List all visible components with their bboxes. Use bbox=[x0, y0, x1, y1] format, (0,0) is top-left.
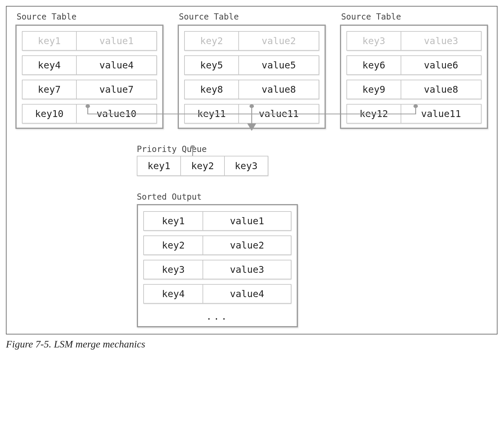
row-value: value3 bbox=[203, 260, 291, 279]
table-row: key1 value1 bbox=[22, 31, 157, 51]
row-value: value6 bbox=[401, 56, 481, 74]
table-row: key11 value11 bbox=[184, 104, 319, 124]
pq-item: key3 bbox=[225, 156, 268, 175]
sorted-output: key1 value1 key2 value2 key3 value3 key4… bbox=[137, 204, 298, 327]
row-key: key2 bbox=[144, 236, 203, 254]
source-table-title: Source Table bbox=[179, 12, 326, 22]
source-table-3: Source Table key3 value3 key6 value6 key… bbox=[340, 12, 488, 129]
row-key: key4 bbox=[23, 56, 77, 74]
table-row: key5 value5 bbox=[184, 55, 319, 75]
row-value: value7 bbox=[77, 80, 156, 99]
priority-queue: key1 key2 key3 bbox=[137, 156, 268, 176]
table-row: key6 value6 bbox=[346, 55, 481, 75]
source-table-1: Source Table key1 value1 key4 value4 key… bbox=[15, 12, 163, 129]
row-key: key5 bbox=[185, 56, 239, 74]
figure-frame: Source Table key1 value1 key4 value4 key… bbox=[6, 6, 497, 334]
source-table-2: Source Table key2 value2 key5 value5 key… bbox=[178, 12, 326, 129]
sorted-output-title: Sorted Output bbox=[137, 192, 488, 202]
row-value: value11 bbox=[239, 105, 319, 123]
table-row: key3 value3 bbox=[143, 260, 291, 279]
source-table-box: key3 value3 key6 value6 key9 value8 key1… bbox=[340, 25, 488, 129]
row-key: key4 bbox=[144, 285, 203, 303]
row-key: key12 bbox=[347, 105, 401, 123]
source-table-box: key2 value2 key5 value5 key8 value8 key1… bbox=[178, 25, 326, 129]
table-row: key3 value3 bbox=[346, 31, 481, 51]
ellipsis: ... bbox=[143, 308, 291, 323]
row-key: key8 bbox=[185, 80, 239, 99]
row-key: key10 bbox=[23, 105, 77, 123]
row-value: value4 bbox=[203, 285, 291, 303]
row-key: key1 bbox=[144, 212, 203, 230]
table-row: key12 value11 bbox=[346, 104, 481, 124]
row-value: value3 bbox=[401, 32, 481, 50]
row-key: key3 bbox=[144, 260, 203, 279]
table-row: key4 value4 bbox=[143, 284, 291, 304]
row-key: key6 bbox=[347, 56, 401, 74]
row-key: key3 bbox=[347, 32, 401, 50]
table-row: key7 value7 bbox=[22, 80, 157, 99]
table-row: key1 value1 bbox=[143, 211, 291, 231]
table-row: key9 value8 bbox=[346, 80, 481, 99]
row-value: value1 bbox=[77, 32, 156, 50]
table-row: key10 value10 bbox=[22, 104, 157, 124]
row-value: value8 bbox=[239, 80, 319, 99]
row-value: value2 bbox=[203, 236, 291, 254]
row-value: value4 bbox=[77, 56, 156, 74]
source-table-title: Source Table bbox=[17, 12, 163, 22]
row-key: key11 bbox=[185, 105, 239, 123]
source-tables-row: Source Table key1 value1 key4 value4 key… bbox=[15, 12, 488, 129]
table-row: key4 value4 bbox=[22, 55, 157, 75]
row-key: key1 bbox=[23, 32, 77, 50]
row-value: value1 bbox=[203, 212, 291, 230]
pq-item: key2 bbox=[181, 156, 224, 175]
pq-item: key1 bbox=[137, 156, 181, 175]
row-value: value10 bbox=[77, 105, 156, 123]
row-key: key7 bbox=[23, 80, 77, 99]
priority-queue-title: Priority Queue bbox=[137, 144, 488, 154]
table-row: key8 value8 bbox=[184, 80, 319, 99]
row-value: value2 bbox=[239, 32, 319, 50]
source-table-box: key1 value1 key4 value4 key7 value7 key1… bbox=[15, 25, 163, 129]
table-row: key2 value2 bbox=[184, 31, 319, 51]
table-row: key2 value2 bbox=[143, 235, 291, 255]
source-table-title: Source Table bbox=[341, 12, 488, 22]
row-value: value8 bbox=[401, 80, 481, 99]
row-value: value11 bbox=[401, 105, 481, 123]
row-key: key2 bbox=[185, 32, 239, 50]
figure-caption: Figure 7-5. LSM merge mechanics bbox=[6, 339, 498, 350]
row-key: key9 bbox=[347, 80, 401, 99]
row-value: value5 bbox=[239, 56, 319, 74]
